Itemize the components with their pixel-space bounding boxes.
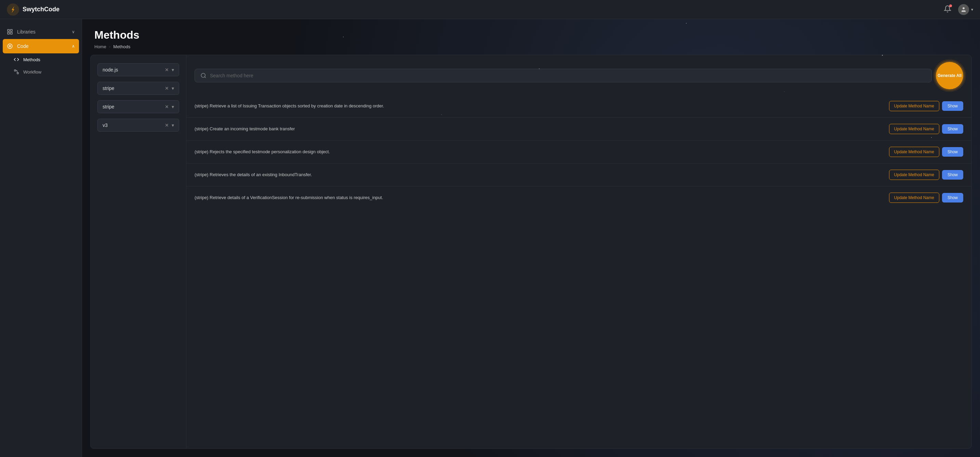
filter-v3[interactable]: v3 ✕ ▾ — [97, 119, 179, 132]
filter-stripe1-clear[interactable]: ✕ — [165, 86, 169, 91]
update-method-name-button[interactable]: Update Method Name — [889, 124, 939, 134]
filter-v3-label: v3 — [103, 123, 108, 128]
method-actions: Update Method Name Show — [889, 101, 963, 111]
notification-bell[interactable] — [944, 5, 951, 14]
libraries-chevron: ∨ — [72, 29, 75, 34]
search-icon — [200, 73, 207, 79]
sidebar-item-workflow[interactable]: Workflow — [0, 66, 82, 78]
svg-rect-9 — [14, 70, 16, 71]
update-method-name-button[interactable]: Update Method Name — [889, 170, 939, 180]
update-method-name-button[interactable]: Update Method Name — [889, 101, 939, 111]
notification-dot — [949, 5, 952, 7]
table-row: (stripe) Retrieves the details of an exi… — [186, 164, 972, 186]
svg-rect-10 — [17, 73, 19, 74]
table-row: (stripe) Rejects the specified testmode … — [186, 140, 972, 164]
table-row: (stripe) Create an incoming testmode ban… — [186, 118, 972, 140]
svg-point-2 — [963, 7, 965, 9]
filter-nodejs-chevron[interactable]: ▾ — [172, 67, 174, 73]
method-description: (stripe) Rejects the specified testmode … — [194, 148, 882, 155]
methods-label: Methods — [23, 57, 40, 62]
filter-nodejs-clear[interactable]: ✕ — [165, 67, 169, 73]
search-input[interactable] — [210, 73, 926, 78]
search-bar-wrapper: Generate All — [186, 55, 972, 95]
method-description: (stripe) Retrieves the details of an exi… — [194, 171, 882, 178]
svg-rect-3 — [8, 29, 9, 31]
top-navbar: SwytchCode ▾ — [0, 0, 980, 19]
workflow-icon — [14, 69, 19, 75]
filter-stripe1[interactable]: stripe ✕ ▾ — [97, 82, 179, 95]
breadcrumb-current: Methods — [113, 44, 130, 49]
dropdown-chevron: ▾ — [971, 7, 973, 12]
method-actions: Update Method Name Show — [889, 193, 963, 203]
logo[interactable]: SwytchCode — [7, 3, 59, 16]
libraries-icon — [7, 29, 13, 35]
methods-content: Generate All (stripe) Retrieve a list of… — [186, 55, 972, 449]
show-button[interactable]: Show — [942, 101, 963, 111]
generate-all-button[interactable]: Generate All — [936, 62, 963, 89]
methods-panel: node.js ✕ ▾ stripe ✕ ▾ stripe — [90, 55, 972, 449]
content-area: Methods Home ◦ Methods node.js ✕ ▾ str — [82, 19, 980, 457]
filter-stripe1-chevron[interactable]: ▾ — [172, 86, 174, 91]
svg-point-8 — [9, 46, 11, 47]
svg-rect-5 — [11, 32, 12, 34]
app-name: SwytchCode — [22, 6, 59, 13]
sidebar-item-libraries[interactable]: Libraries ∨ — [0, 25, 82, 39]
code-label: Code — [17, 43, 29, 49]
svg-point-7 — [8, 44, 12, 49]
breadcrumb-separator: ◦ — [109, 44, 111, 49]
page-header: Methods Home ◦ Methods — [82, 19, 980, 55]
method-actions: Update Method Name Show — [889, 147, 963, 157]
filter-stripe2-label: stripe — [103, 104, 114, 110]
update-method-name-button[interactable]: Update Method Name — [889, 193, 939, 203]
sidebar-item-code[interactable]: Code ∧ — [3, 39, 79, 53]
filter-stripe2-chevron[interactable]: ▾ — [172, 104, 174, 110]
table-row: (stripe) Retrieve a list of Issuing Tran… — [186, 95, 972, 118]
show-button[interactable]: Show — [942, 170, 963, 180]
method-actions: Update Method Name Show — [889, 124, 963, 134]
method-description: (stripe) Retrieve a list of Issuing Tran… — [194, 103, 882, 110]
svg-point-11 — [201, 73, 205, 77]
code-icon — [7, 43, 13, 49]
user-menu[interactable]: ▾ — [958, 4, 973, 15]
svg-line-12 — [204, 76, 205, 78]
sidebar: Libraries ∨ Code ∧ Methods Workflow — [0, 19, 82, 457]
method-list: (stripe) Retrieve a list of Issuing Tran… — [186, 95, 972, 449]
navbar-right: ▾ — [944, 4, 973, 15]
show-button[interactable]: Show — [942, 147, 963, 157]
method-description: (stripe) Retrieve details of a Verificat… — [194, 194, 882, 201]
page-title: Methods — [94, 29, 968, 41]
breadcrumb: Home ◦ Methods — [94, 44, 968, 49]
update-method-name-button[interactable]: Update Method Name — [889, 147, 939, 157]
filter-v3-chevron[interactable]: ▾ — [172, 123, 174, 128]
filter-stripe2[interactable]: stripe ✕ ▾ — [97, 100, 179, 113]
svg-rect-6 — [8, 32, 9, 34]
svg-rect-4 — [11, 29, 12, 31]
filter-nodejs[interactable]: node.js ✕ ▾ — [97, 63, 179, 76]
methods-icon — [14, 57, 19, 62]
filter-v3-clear[interactable]: ✕ — [165, 123, 169, 128]
workflow-label: Workflow — [23, 69, 41, 75]
show-button[interactable]: Show — [942, 124, 963, 134]
sidebar-item-methods[interactable]: Methods — [0, 53, 82, 66]
filter-sidebar: node.js ✕ ▾ stripe ✕ ▾ stripe — [91, 55, 186, 449]
method-actions: Update Method Name Show — [889, 170, 963, 180]
filter-stripe2-clear[interactable]: ✕ — [165, 104, 169, 110]
code-chevron: ∧ — [72, 44, 75, 49]
search-bar — [194, 69, 932, 83]
filter-stripe1-label: stripe — [103, 86, 114, 91]
main-layout: Libraries ∨ Code ∧ Methods Workflow — [0, 19, 980, 457]
breadcrumb-home[interactable]: Home — [94, 44, 107, 49]
table-row: (stripe) Retrieve details of a Verificat… — [186, 186, 972, 209]
libraries-label: Libraries — [17, 29, 35, 35]
method-description: (stripe) Create an incoming testmode ban… — [194, 126, 882, 132]
show-button[interactable]: Show — [942, 193, 963, 202]
filter-nodejs-label: node.js — [103, 67, 118, 73]
avatar — [958, 4, 969, 15]
logo-icon — [7, 3, 19, 16]
